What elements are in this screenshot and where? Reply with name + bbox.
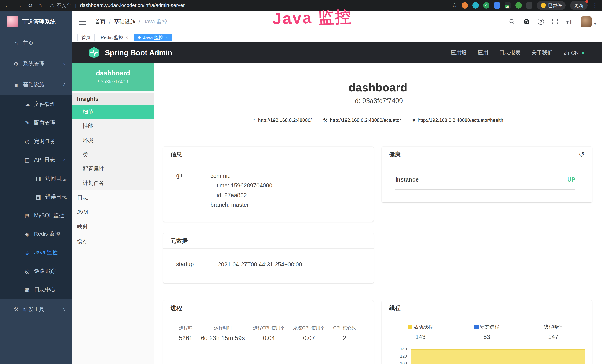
active-tab-dot [138, 36, 141, 39]
breadcrumb-section[interactable]: 基础设施 [114, 18, 135, 25]
history-icon[interactable]: ↺ [579, 150, 585, 159]
sba-menu-details[interactable]: 细节 [72, 105, 154, 119]
sidebar-item-redis-monitor[interactable]: ◈ Redis 监控 [0, 225, 72, 243]
sidebar-item-system-management[interactable]: ⚙ 系统管理 ∨ [0, 54, 72, 74]
extension-icon-1[interactable] [462, 2, 468, 9]
sba-menu-scheduled-tasks[interactable]: 计划任务 [72, 176, 154, 190]
sidebar-item-access-logs[interactable]: ▥ 访问日志 [0, 169, 72, 188]
sba-menu-caches[interactable]: 缓存 [72, 234, 154, 249]
breadcrumb-home[interactable]: 首页 [95, 18, 106, 25]
metadata-card-title: 元数据 [171, 237, 188, 245]
health-url-link[interactable]: ♥ http://192.168.0.2:48080/actuator/heal… [407, 115, 509, 125]
java-icon: ☕ [23, 249, 32, 256]
sba-locale-select[interactable]: zh-CN ∨ [564, 50, 585, 56]
sidebar-item-link-tracing[interactable]: ◎ 链路追踪 [0, 262, 72, 280]
chevron-down-icon: ∨ [63, 61, 66, 66]
breadcrumb-separator: / [139, 19, 140, 25]
sba-brand-title[interactable]: Spring Boot Admin [105, 49, 172, 57]
sba-menu-logs[interactable]: 日志 [72, 190, 154, 205]
metadata-card: 元数据 startup 2021-04-27T00:44:31.254+08:0… [163, 233, 374, 283]
url-text: dashboard.yudao.iocoder.cn/infra/admin-s… [80, 3, 185, 8]
address-divider: | [75, 3, 76, 8]
browser-menu-icon[interactable]: ⋮ [592, 2, 598, 9]
git-commit-line: commit: [210, 171, 363, 181]
forward-icon[interactable]: → [16, 2, 22, 9]
info-card-header: 信息 [163, 147, 374, 162]
font-size-icon[interactable]: TT [566, 18, 573, 25]
sidebar-item-file-management[interactable]: ☁ 文件管理 [0, 95, 72, 114]
sidebar-item-api-logs[interactable]: ▤ API 日志 ∧ [0, 150, 72, 169]
actuator-url-link[interactable]: ⚒ http://192.168.0.2:48080/actuator [317, 115, 407, 125]
sidebar-item-config-management[interactable]: ✎ 配置管理 [0, 114, 72, 132]
warning-icon: ⚠ [50, 3, 54, 8]
address-bar[interactable]: ⚠ 不安全 | dashboard.yudao.iocoder.cn/infra… [50, 2, 185, 9]
bookmark-star-icon[interactable]: ☆ [452, 2, 457, 9]
tab-home[interactable]: 首页 [77, 34, 95, 41]
help-icon[interactable]: ? [538, 19, 544, 25]
extension-icon-7[interactable] [526, 2, 532, 9]
tab-redis-monitor[interactable]: Redis 监控 × [97, 34, 132, 41]
extension-icon-4[interactable] [494, 2, 500, 9]
infrastructure-icon: ▣ [12, 81, 20, 88]
sba-nav-about[interactable]: 关于我们 [531, 49, 553, 56]
metric-label: 进程ID [179, 325, 193, 331]
sba-nav-wallboard[interactable]: 应用墙 [451, 49, 467, 56]
sidebar-collapse-icon[interactable] [79, 19, 86, 25]
instance-id: 93a3fc7f7409 [98, 79, 128, 85]
sba-menu-environment[interactable]: 环境 [72, 133, 154, 147]
sba-menu-jvm[interactable]: JVM [72, 205, 154, 220]
sidebar-item-java-monitor[interactable]: ☕ Java 监控 [0, 243, 72, 262]
sidebar-item-infrastructure[interactable]: ▣ 基础设施 ∧ [0, 74, 72, 95]
chevron-up-icon: ∧ [63, 82, 66, 87]
sba-nav-journal[interactable]: 日志报表 [499, 49, 521, 56]
search-icon[interactable] [509, 18, 516, 25]
back-icon[interactable]: ← [5, 2, 10, 9]
metric-system-cpu: 系统CPU使用率 0.07 [293, 325, 325, 342]
tab-label: 首页 [81, 34, 91, 41]
sidebar-item-mysql-monitor[interactable]: ▧ MySQL 监控 [0, 206, 72, 225]
infrastructure-submenu: ☁ 文件管理 ✎ 配置管理 ◷ 定时任务 ▤ API 日志 ∧ ▥ 访问日志 ▦ [0, 95, 72, 299]
github-icon[interactable] [523, 18, 530, 25]
fullscreen-icon[interactable] [552, 18, 559, 25]
sba-menu-performance[interactable]: 性能 [72, 119, 154, 133]
health-card-header: 健康 ↺ [382, 147, 592, 162]
sidebar-item-home[interactable]: ⌂ 首页 [0, 33, 72, 54]
extension-icon-5[interactable] [505, 2, 511, 9]
sba-menu-config-properties[interactable]: 配置属性 [72, 162, 154, 176]
user-avatar[interactable] [581, 16, 592, 27]
update-button[interactable]: 更新 [570, 1, 588, 10]
sba-menu-mappings[interactable]: 映射 [72, 220, 154, 234]
info-key: git [176, 171, 210, 215]
sidebar-item-dev-tools[interactable]: ⚒ 研发工具 ∨ [0, 299, 72, 320]
tab-java-monitor[interactable]: Java 监控 × [134, 34, 172, 41]
tab-close-icon[interactable]: × [166, 35, 168, 40]
legend-label-row: 活动线程 [387, 324, 454, 330]
health-status-badge: UP [567, 176, 575, 183]
metadata-startup-row: startup 2021-04-27T00:44:31.254+08:00 [176, 260, 363, 274]
sba-nav-applications[interactable]: 应用 [478, 49, 488, 56]
legend-label: 守护进程 [480, 324, 499, 330]
avatar-caret-icon[interactable]: ▾ [594, 21, 596, 27]
sba-menu-classes[interactable]: 类 [72, 147, 154, 162]
sidebar-item-error-logs[interactable]: ▦ 错误日志 [0, 188, 72, 206]
extension-icon-3[interactable] [483, 2, 489, 9]
info-card: 信息 git commit: time: 1596289704000 id: 2… [163, 147, 374, 222]
browser-home-icon[interactable]: ⌂ [38, 2, 42, 9]
tab-close-icon[interactable]: × [125, 35, 128, 40]
threads-chart: 140 120 100 [382, 347, 592, 364]
extension-icon-2[interactable] [473, 2, 479, 9]
app-logo-row[interactable]: 芋道管理系统 [0, 11, 72, 33]
sidebar-item-log-center[interactable]: ▩ 日志中心 [0, 280, 72, 299]
instance-header[interactable]: dashboard 93a3fc7f7409 [72, 63, 154, 91]
api-log-icon: ▤ [23, 157, 32, 163]
profile-paused-badge[interactable]: 已暂停 [537, 1, 566, 10]
metric-label: 进程CPU使用率 [253, 325, 285, 331]
reload-icon[interactable]: ↻ [28, 2, 32, 9]
threads-card: 线程 活动线程 143 守护 [382, 300, 592, 364]
process-card-title: 进程 [171, 304, 182, 312]
metric-value: 2 [333, 334, 356, 342]
sidebar-item-scheduled-tasks[interactable]: ◷ 定时任务 [0, 132, 72, 150]
service-url-link[interactable]: ⌂ http://192.168.0.2:48080/ [247, 115, 318, 125]
sba-menu-section-insights[interactable]: Insights [72, 93, 154, 105]
extension-icon-6[interactable] [516, 2, 522, 9]
